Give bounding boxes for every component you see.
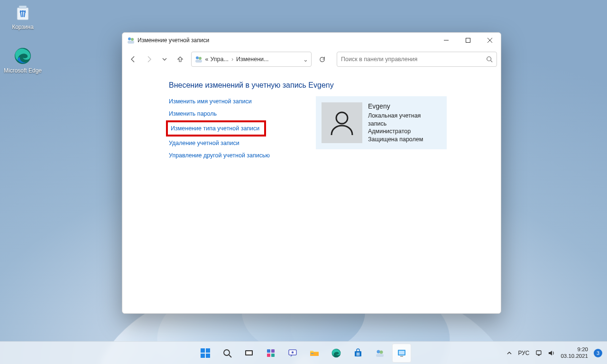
svg-rect-31 [311, 353, 313, 354]
search-icon [486, 56, 493, 63]
file-explorer-button[interactable] [305, 344, 324, 363]
svg-rect-37 [359, 354, 360, 355]
taskbar-app-accounts[interactable] [370, 344, 389, 363]
close-button[interactable] [479, 33, 501, 48]
account-kind: Локальная учетная запись [368, 112, 441, 128]
link-change-password[interactable]: Изменить пароль [169, 110, 217, 117]
svg-rect-19 [206, 354, 210, 358]
svg-point-4 [131, 38, 134, 41]
svg-rect-27 [271, 354, 275, 357]
svg-rect-30 [310, 352, 319, 356]
svg-point-10 [196, 56, 199, 59]
svg-rect-25 [271, 349, 275, 353]
chevron-down-icon[interactable]: ⌄ [303, 56, 308, 63]
store-button[interactable] [349, 344, 368, 363]
maximize-button[interactable] [457, 33, 479, 48]
user-accounts-icon [127, 36, 135, 44]
account-name: Evgeny [368, 102, 441, 111]
svg-rect-5 [128, 41, 134, 44]
account-protection: Защищена паролем [368, 136, 441, 144]
taskbar-app-control-panel[interactable] [392, 344, 411, 363]
svg-rect-35 [359, 353, 360, 354]
svg-rect-24 [267, 349, 270, 353]
clock[interactable]: 9:20 03.10.2021 [561, 346, 588, 359]
svg-point-29 [292, 351, 294, 353]
svg-rect-33 [355, 351, 361, 356]
svg-rect-44 [536, 351, 541, 355]
tray-overflow-button[interactable] [506, 350, 512, 356]
edge-taskbar-button[interactable] [327, 344, 346, 363]
nav-back-button[interactable] [126, 51, 141, 67]
task-view-button[interactable] [239, 344, 258, 363]
start-button[interactable] [196, 344, 215, 363]
titlebar[interactable]: Изменение учетной записи [122, 33, 501, 48]
desktop: Корзина Microsoft Edge Изменение учетной… [0, 0, 607, 364]
svg-point-13 [487, 57, 491, 61]
clock-time: 9:20 [561, 346, 588, 353]
desktop-icon-edge[interactable]: Microsoft Edge [3, 46, 43, 74]
svg-rect-26 [267, 354, 270, 357]
notifications-badge[interactable]: 3 [594, 349, 602, 357]
toolbar: « Упра... › Изменени... ⌄ [122, 48, 501, 71]
svg-point-11 [199, 57, 202, 60]
control-panel-window: Изменение учетной записи [122, 32, 501, 314]
svg-point-39 [380, 350, 383, 354]
address-bar[interactable]: « Упра... › Изменени... ⌄ [191, 52, 312, 67]
breadcrumb-current[interactable]: Изменени... [236, 56, 268, 63]
search-box[interactable] [337, 52, 497, 67]
user-accounts-icon [194, 55, 203, 64]
page-heading: Внесение изменений в учетную запись Evge… [169, 81, 488, 90]
link-change-account-type[interactable]: Изменение типа учетной записи [171, 125, 259, 132]
clock-date: 03.10.2021 [561, 353, 588, 359]
breadcrumb-prefix: « [205, 56, 208, 63]
highlight-box: Изменение типа учетной записи [166, 120, 266, 136]
svg-rect-45 [538, 355, 540, 356]
svg-rect-34 [357, 353, 358, 354]
svg-rect-16 [201, 348, 205, 353]
account-role: Администратор [368, 127, 441, 136]
desktop-icon-recycle-bin[interactable]: Корзина [3, 3, 43, 30]
breadcrumb-root[interactable]: Упра... [210, 56, 228, 63]
search-input[interactable] [341, 56, 486, 63]
svg-rect-12 [195, 60, 202, 63]
link-delete-account[interactable]: Удаление учетной записи [169, 140, 239, 146]
taskbar-center [196, 344, 411, 363]
svg-point-15 [336, 112, 348, 124]
chevron-right-icon: › [230, 56, 234, 63]
link-rename-account[interactable]: Изменить имя учетной записи [169, 98, 252, 105]
svg-point-20 [224, 350, 230, 355]
svg-rect-18 [201, 354, 205, 358]
input-language[interactable]: РУС [518, 350, 529, 356]
taskbar-search-button[interactable] [218, 344, 237, 363]
svg-rect-42 [399, 351, 405, 355]
nav-up-button[interactable] [173, 51, 188, 67]
svg-rect-17 [206, 348, 210, 353]
window-title: Изменение учетной записи [138, 37, 209, 44]
link-manage-other-account[interactable]: Управление другой учетной записью [169, 152, 270, 159]
account-tile[interactable]: Evgeny Локальная учетная запись Админист… [316, 96, 447, 149]
account-meta: Evgeny Локальная учетная запись Админист… [368, 102, 441, 144]
svg-rect-1 [19, 6, 27, 8]
minimize-button[interactable] [435, 33, 457, 48]
recent-locations-button[interactable] [157, 51, 172, 67]
refresh-button[interactable] [315, 52, 329, 67]
svg-point-3 [128, 37, 131, 40]
svg-rect-7 [466, 38, 470, 43]
content-area: Внесение изменений в учетную запись Evge… [122, 71, 501, 313]
volume-icon[interactable] [547, 349, 555, 357]
nav-forward-button[interactable] [142, 51, 156, 67]
svg-line-21 [229, 355, 231, 357]
chat-button[interactable] [283, 344, 302, 363]
svg-rect-23 [246, 351, 252, 355]
taskbar: РУС 9:20 03.10.2021 3 [0, 341, 607, 364]
network-icon[interactable] [535, 349, 543, 357]
edge-icon [13, 46, 32, 65]
svg-rect-40 [376, 354, 384, 357]
svg-point-38 [377, 350, 380, 353]
svg-rect-36 [357, 354, 358, 355]
recycle-bin-icon [13, 3, 32, 22]
system-tray: РУС 9:20 03.10.2021 3 [506, 346, 607, 359]
svg-rect-43 [400, 356, 403, 357]
svg-line-14 [491, 61, 493, 63]
widgets-button[interactable] [261, 344, 280, 363]
